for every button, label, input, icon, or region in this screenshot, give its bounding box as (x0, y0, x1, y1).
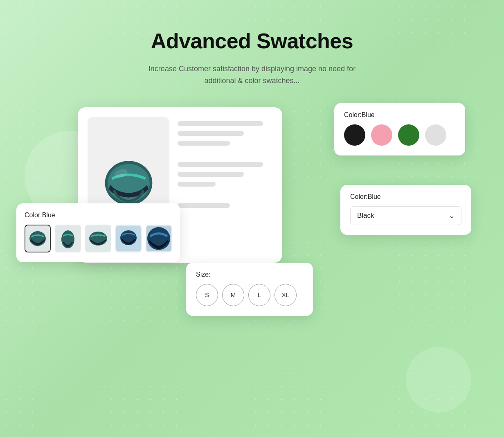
swatch-green[interactable] (398, 124, 419, 146)
swatch-pink[interactable] (371, 124, 392, 146)
size-btn-xl[interactable]: XL (274, 284, 297, 306)
size-label: Size: (196, 271, 303, 278)
page-title: Advanced Swatches (146, 29, 358, 53)
product-details (178, 117, 272, 253)
color-dropdown-label: Color:Blue (350, 193, 461, 200)
swatches-row (344, 124, 455, 146)
detail-gap-2 (178, 191, 272, 198)
img-swatch-3[interactable] (85, 225, 111, 252)
size-btn-l[interactable]: L (248, 284, 270, 306)
size-card: Size: S M L XL (186, 263, 313, 316)
image-swatches-card: Color:Blue (16, 203, 180, 262)
img-swatches-row (25, 225, 172, 252)
detail-line-5 (178, 172, 244, 177)
img-swatch-2[interactable] (55, 225, 81, 252)
detail-gap-1 (178, 151, 272, 157)
size-btn-m[interactable]: M (222, 284, 244, 306)
img-swatch-1[interactable] (25, 225, 51, 252)
content-area: Color:Blue Color:Blue Black ⌄ Color:Blue (0, 103, 504, 437)
color-card-top-label: Color:Blue (344, 111, 455, 119)
size-btn-s[interactable]: S (196, 284, 218, 306)
dropdown-wrapper: Black ⌄ (350, 206, 461, 225)
img-swatch-5[interactable] (146, 225, 172, 252)
detail-line-4 (178, 162, 263, 167)
page-subtitle: Increase Customer satisfaction by displa… (146, 63, 358, 87)
detail-line-3 (178, 141, 230, 146)
image-swatch-label: Color:Blue (25, 212, 172, 219)
img-swatch-4[interactable] (115, 225, 142, 252)
swatch-black[interactable] (344, 124, 365, 146)
swatch-light-gray[interactable] (425, 124, 446, 146)
detail-line-1 (178, 121, 263, 126)
detail-line-6 (178, 182, 216, 187)
sizes-row: S M L XL (196, 284, 303, 306)
header: Advanced Swatches Increase Customer sati… (146, 29, 358, 87)
color-swatches-card: Color:Blue (334, 103, 465, 155)
color-dropdown-select[interactable]: Black (350, 206, 461, 225)
detail-line-2 (178, 131, 244, 136)
detail-line-7 (178, 203, 230, 208)
color-dropdown-card: Color:Blue Black ⌄ (340, 185, 471, 235)
